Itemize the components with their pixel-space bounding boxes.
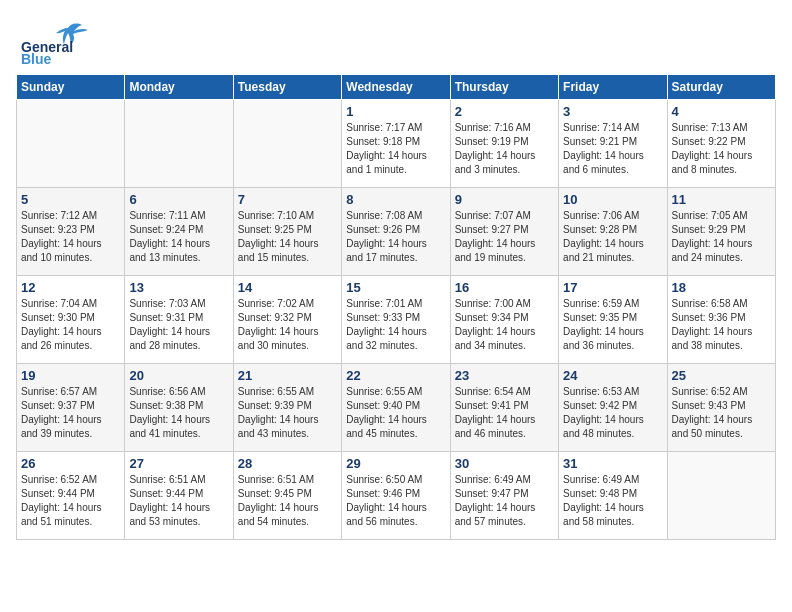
day-header-thursday: Thursday xyxy=(450,75,558,100)
calendar-cell: 21Sunrise: 6:55 AMSunset: 9:39 PMDayligh… xyxy=(233,364,341,452)
logo: General Blue xyxy=(16,16,106,66)
day-number: 29 xyxy=(346,456,445,471)
day-info: Sunrise: 7:06 AMSunset: 9:28 PMDaylight:… xyxy=(563,209,662,265)
day-number: 12 xyxy=(21,280,120,295)
calendar-cell: 10Sunrise: 7:06 AMSunset: 9:28 PMDayligh… xyxy=(559,188,667,276)
day-info: Sunrise: 6:50 AMSunset: 9:46 PMDaylight:… xyxy=(346,473,445,529)
day-info: Sunrise: 6:59 AMSunset: 9:35 PMDaylight:… xyxy=(563,297,662,353)
calendar-cell: 6Sunrise: 7:11 AMSunset: 9:24 PMDaylight… xyxy=(125,188,233,276)
day-number: 20 xyxy=(129,368,228,383)
calendar-header-row: SundayMondayTuesdayWednesdayThursdayFrid… xyxy=(17,75,776,100)
day-number: 9 xyxy=(455,192,554,207)
calendar-cell: 4Sunrise: 7:13 AMSunset: 9:22 PMDaylight… xyxy=(667,100,775,188)
day-number: 23 xyxy=(455,368,554,383)
day-number: 18 xyxy=(672,280,771,295)
day-header-sunday: Sunday xyxy=(17,75,125,100)
day-number: 6 xyxy=(129,192,228,207)
calendar-cell: 30Sunrise: 6:49 AMSunset: 9:47 PMDayligh… xyxy=(450,452,558,540)
day-info: Sunrise: 7:16 AMSunset: 9:19 PMDaylight:… xyxy=(455,121,554,177)
logo-svg: General Blue xyxy=(16,16,106,66)
calendar-cell xyxy=(125,100,233,188)
calendar-cell: 25Sunrise: 6:52 AMSunset: 9:43 PMDayligh… xyxy=(667,364,775,452)
page-header: General Blue xyxy=(16,16,776,66)
day-number: 1 xyxy=(346,104,445,119)
calendar-cell: 23Sunrise: 6:54 AMSunset: 9:41 PMDayligh… xyxy=(450,364,558,452)
day-number: 22 xyxy=(346,368,445,383)
day-info: Sunrise: 7:07 AMSunset: 9:27 PMDaylight:… xyxy=(455,209,554,265)
day-info: Sunrise: 7:02 AMSunset: 9:32 PMDaylight:… xyxy=(238,297,337,353)
day-number: 19 xyxy=(21,368,120,383)
day-info: Sunrise: 7:04 AMSunset: 9:30 PMDaylight:… xyxy=(21,297,120,353)
calendar-cell xyxy=(233,100,341,188)
day-info: Sunrise: 6:53 AMSunset: 9:42 PMDaylight:… xyxy=(563,385,662,441)
calendar-cell: 15Sunrise: 7:01 AMSunset: 9:33 PMDayligh… xyxy=(342,276,450,364)
calendar-cell: 14Sunrise: 7:02 AMSunset: 9:32 PMDayligh… xyxy=(233,276,341,364)
day-info: Sunrise: 6:56 AMSunset: 9:38 PMDaylight:… xyxy=(129,385,228,441)
day-info: Sunrise: 6:49 AMSunset: 9:48 PMDaylight:… xyxy=(563,473,662,529)
calendar-week-row: 19Sunrise: 6:57 AMSunset: 9:37 PMDayligh… xyxy=(17,364,776,452)
day-number: 16 xyxy=(455,280,554,295)
day-header-saturday: Saturday xyxy=(667,75,775,100)
calendar-cell: 16Sunrise: 7:00 AMSunset: 9:34 PMDayligh… xyxy=(450,276,558,364)
day-info: Sunrise: 6:51 AMSunset: 9:45 PMDaylight:… xyxy=(238,473,337,529)
day-header-monday: Monday xyxy=(125,75,233,100)
day-number: 5 xyxy=(21,192,120,207)
day-info: Sunrise: 7:11 AMSunset: 9:24 PMDaylight:… xyxy=(129,209,228,265)
day-info: Sunrise: 7:00 AMSunset: 9:34 PMDaylight:… xyxy=(455,297,554,353)
day-number: 14 xyxy=(238,280,337,295)
day-info: Sunrise: 7:13 AMSunset: 9:22 PMDaylight:… xyxy=(672,121,771,177)
day-number: 25 xyxy=(672,368,771,383)
calendar-cell xyxy=(17,100,125,188)
calendar-cell: 2Sunrise: 7:16 AMSunset: 9:19 PMDaylight… xyxy=(450,100,558,188)
calendar-table: SundayMondayTuesdayWednesdayThursdayFrid… xyxy=(16,74,776,540)
calendar-cell: 8Sunrise: 7:08 AMSunset: 9:26 PMDaylight… xyxy=(342,188,450,276)
calendar-cell: 7Sunrise: 7:10 AMSunset: 9:25 PMDaylight… xyxy=(233,188,341,276)
calendar-cell: 9Sunrise: 7:07 AMSunset: 9:27 PMDaylight… xyxy=(450,188,558,276)
calendar-cell: 17Sunrise: 6:59 AMSunset: 9:35 PMDayligh… xyxy=(559,276,667,364)
day-number: 24 xyxy=(563,368,662,383)
day-number: 17 xyxy=(563,280,662,295)
calendar-cell: 5Sunrise: 7:12 AMSunset: 9:23 PMDaylight… xyxy=(17,188,125,276)
day-number: 28 xyxy=(238,456,337,471)
day-number: 3 xyxy=(563,104,662,119)
day-number: 21 xyxy=(238,368,337,383)
day-info: Sunrise: 7:01 AMSunset: 9:33 PMDaylight:… xyxy=(346,297,445,353)
day-number: 7 xyxy=(238,192,337,207)
calendar-week-row: 26Sunrise: 6:52 AMSunset: 9:44 PMDayligh… xyxy=(17,452,776,540)
calendar-cell: 22Sunrise: 6:55 AMSunset: 9:40 PMDayligh… xyxy=(342,364,450,452)
calendar-cell: 29Sunrise: 6:50 AMSunset: 9:46 PMDayligh… xyxy=(342,452,450,540)
day-info: Sunrise: 6:54 AMSunset: 9:41 PMDaylight:… xyxy=(455,385,554,441)
day-info: Sunrise: 6:49 AMSunset: 9:47 PMDaylight:… xyxy=(455,473,554,529)
day-info: Sunrise: 6:52 AMSunset: 9:44 PMDaylight:… xyxy=(21,473,120,529)
day-info: Sunrise: 6:51 AMSunset: 9:44 PMDaylight:… xyxy=(129,473,228,529)
calendar-week-row: 12Sunrise: 7:04 AMSunset: 9:30 PMDayligh… xyxy=(17,276,776,364)
day-header-wednesday: Wednesday xyxy=(342,75,450,100)
day-number: 4 xyxy=(672,104,771,119)
calendar-cell: 31Sunrise: 6:49 AMSunset: 9:48 PMDayligh… xyxy=(559,452,667,540)
calendar-cell: 13Sunrise: 7:03 AMSunset: 9:31 PMDayligh… xyxy=(125,276,233,364)
day-header-friday: Friday xyxy=(559,75,667,100)
day-info: Sunrise: 6:55 AMSunset: 9:40 PMDaylight:… xyxy=(346,385,445,441)
calendar-week-row: 5Sunrise: 7:12 AMSunset: 9:23 PMDaylight… xyxy=(17,188,776,276)
calendar-cell: 24Sunrise: 6:53 AMSunset: 9:42 PMDayligh… xyxy=(559,364,667,452)
calendar-week-row: 1Sunrise: 7:17 AMSunset: 9:18 PMDaylight… xyxy=(17,100,776,188)
calendar-cell: 28Sunrise: 6:51 AMSunset: 9:45 PMDayligh… xyxy=(233,452,341,540)
day-info: Sunrise: 7:17 AMSunset: 9:18 PMDaylight:… xyxy=(346,121,445,177)
calendar-cell: 12Sunrise: 7:04 AMSunset: 9:30 PMDayligh… xyxy=(17,276,125,364)
day-info: Sunrise: 7:14 AMSunset: 9:21 PMDaylight:… xyxy=(563,121,662,177)
calendar-cell: 11Sunrise: 7:05 AMSunset: 9:29 PMDayligh… xyxy=(667,188,775,276)
calendar-cell xyxy=(667,452,775,540)
day-info: Sunrise: 7:05 AMSunset: 9:29 PMDaylight:… xyxy=(672,209,771,265)
day-info: Sunrise: 7:08 AMSunset: 9:26 PMDaylight:… xyxy=(346,209,445,265)
day-number: 8 xyxy=(346,192,445,207)
calendar-cell: 26Sunrise: 6:52 AMSunset: 9:44 PMDayligh… xyxy=(17,452,125,540)
day-header-tuesday: Tuesday xyxy=(233,75,341,100)
calendar-cell: 1Sunrise: 7:17 AMSunset: 9:18 PMDaylight… xyxy=(342,100,450,188)
calendar-cell: 20Sunrise: 6:56 AMSunset: 9:38 PMDayligh… xyxy=(125,364,233,452)
day-number: 11 xyxy=(672,192,771,207)
calendar-cell: 19Sunrise: 6:57 AMSunset: 9:37 PMDayligh… xyxy=(17,364,125,452)
day-number: 30 xyxy=(455,456,554,471)
day-info: Sunrise: 6:57 AMSunset: 9:37 PMDaylight:… xyxy=(21,385,120,441)
day-number: 13 xyxy=(129,280,228,295)
calendar-cell: 27Sunrise: 6:51 AMSunset: 9:44 PMDayligh… xyxy=(125,452,233,540)
